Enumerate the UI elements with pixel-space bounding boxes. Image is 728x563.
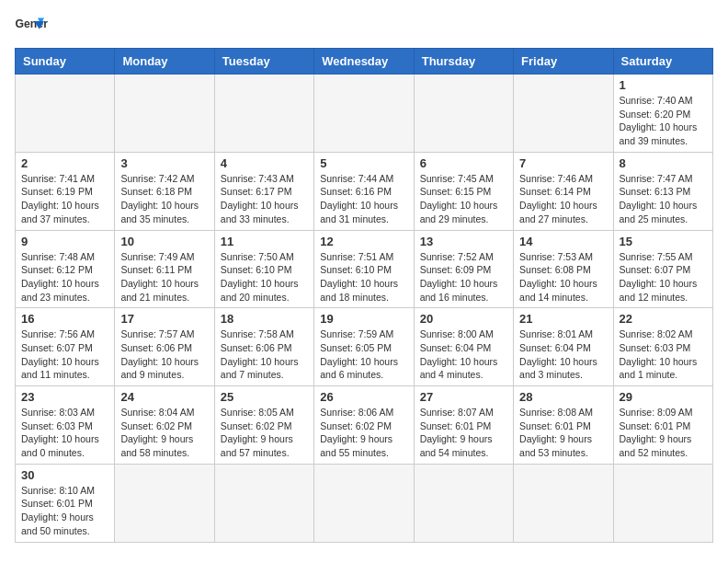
calendar-cell: 9Sunrise: 7:48 AM Sunset: 6:12 PM Daylig… [16, 230, 115, 308]
day-number: 25 [221, 390, 308, 404]
day-number: 19 [320, 312, 407, 326]
day-number: 2 [21, 156, 108, 170]
day-info: Sunrise: 7:41 AM Sunset: 6:19 PM Dayligh… [21, 172, 108, 226]
day-info: Sunrise: 8:01 AM Sunset: 6:04 PM Dayligh… [519, 327, 607, 382]
calendar-cell [115, 75, 214, 153]
day-number: 20 [420, 312, 507, 326]
day-info: Sunrise: 7:52 AM Sunset: 6:09 PM Dayligh… [420, 250, 507, 304]
day-number: 6 [420, 156, 507, 170]
day-info: Sunrise: 7:45 AM Sunset: 6:15 PM Dayligh… [420, 172, 507, 226]
weekday-header-saturday: Saturday [613, 49, 712, 75]
day-number: 14 [519, 235, 607, 248]
day-number: 11 [221, 235, 308, 248]
day-info: Sunrise: 8:04 AM Sunset: 6:02 PM Dayligh… [120, 406, 208, 460]
day-info: Sunrise: 8:10 AM Sunset: 6:01 PM Dayligh… [21, 484, 108, 538]
day-number: 24 [120, 390, 208, 404]
calendar-cell: 19Sunrise: 7:59 AM Sunset: 6:05 PM Dayli… [314, 308, 414, 386]
day-number: 22 [620, 312, 707, 326]
calendar-table: SundayMondayTuesdayWednesdayThursdayFrid… [15, 48, 713, 543]
day-info: Sunrise: 7:48 AM Sunset: 6:12 PM Dayligh… [21, 250, 108, 304]
day-info: Sunrise: 7:50 AM Sunset: 6:10 PM Dayligh… [221, 250, 308, 304]
calendar-cell: 20Sunrise: 8:00 AM Sunset: 6:04 PM Dayli… [414, 308, 513, 386]
calendar-cell: 21Sunrise: 8:01 AM Sunset: 6:04 PM Dayli… [514, 308, 613, 386]
day-number: 8 [620, 156, 707, 170]
calendar-cell: 30Sunrise: 8:10 AM Sunset: 6:01 PM Dayli… [16, 464, 115, 542]
calendar-cell: 27Sunrise: 8:07 AM Sunset: 6:01 PM Dayli… [414, 386, 513, 465]
calendar-cell: 8Sunrise: 7:47 AM Sunset: 6:13 PM Daylig… [613, 152, 712, 230]
calendar-cell: 6Sunrise: 7:45 AM Sunset: 6:15 PM Daylig… [414, 152, 513, 230]
calendar-cell: 1Sunrise: 7:40 AM Sunset: 6:20 PM Daylig… [613, 75, 712, 153]
calendar-cell: 15Sunrise: 7:55 AM Sunset: 6:07 PM Dayli… [613, 230, 712, 308]
calendar-cell: 16Sunrise: 7:56 AM Sunset: 6:07 PM Dayli… [16, 308, 115, 386]
day-info: Sunrise: 7:44 AM Sunset: 6:16 PM Dayligh… [320, 172, 407, 226]
day-number: 5 [320, 156, 407, 170]
calendar-cell: 18Sunrise: 7:58 AM Sunset: 6:06 PM Dayli… [214, 308, 313, 386]
calendar-week-row: 23Sunrise: 8:03 AM Sunset: 6:03 PM Dayli… [16, 386, 713, 465]
weekday-header-sunday: Sunday [16, 49, 115, 75]
calendar-cell: 7Sunrise: 7:46 AM Sunset: 6:14 PM Daylig… [514, 152, 613, 230]
calendar-cell: 10Sunrise: 7:49 AM Sunset: 6:11 PM Dayli… [115, 230, 214, 308]
day-info: Sunrise: 8:02 AM Sunset: 6:03 PM Dayligh… [620, 327, 707, 382]
calendar-cell [115, 464, 214, 542]
calendar-cell [214, 75, 313, 153]
day-info: Sunrise: 7:55 AM Sunset: 6:07 PM Dayligh… [620, 250, 707, 304]
calendar-cell: 11Sunrise: 7:50 AM Sunset: 6:10 PM Dayli… [214, 230, 313, 308]
calendar-cell: 14Sunrise: 7:53 AM Sunset: 6:08 PM Dayli… [514, 230, 613, 308]
calendar-cell: 25Sunrise: 8:05 AM Sunset: 6:02 PM Dayli… [214, 386, 313, 465]
day-info: Sunrise: 8:05 AM Sunset: 6:02 PM Dayligh… [221, 406, 308, 460]
weekday-header-wednesday: Wednesday [314, 49, 414, 75]
day-info: Sunrise: 7:43 AM Sunset: 6:17 PM Dayligh… [221, 172, 308, 226]
calendar-cell: 23Sunrise: 8:03 AM Sunset: 6:03 PM Dayli… [16, 386, 115, 465]
day-info: Sunrise: 7:47 AM Sunset: 6:13 PM Dayligh… [620, 172, 707, 226]
calendar-cell [314, 75, 414, 153]
day-info: Sunrise: 7:51 AM Sunset: 6:10 PM Dayligh… [320, 250, 407, 304]
weekday-header-friday: Friday [514, 49, 613, 75]
day-info: Sunrise: 7:53 AM Sunset: 6:08 PM Dayligh… [519, 250, 607, 304]
weekday-header-row: SundayMondayTuesdayWednesdayThursdayFrid… [16, 49, 713, 75]
day-info: Sunrise: 8:00 AM Sunset: 6:04 PM Dayligh… [420, 327, 507, 382]
calendar-cell [414, 75, 513, 153]
day-number: 27 [420, 390, 507, 404]
calendar-week-row: 1Sunrise: 7:40 AM Sunset: 6:20 PM Daylig… [16, 75, 713, 153]
day-info: Sunrise: 8:07 AM Sunset: 6:01 PM Dayligh… [420, 406, 507, 460]
day-number: 3 [120, 156, 208, 170]
day-number: 28 [519, 390, 607, 404]
calendar-cell: 4Sunrise: 7:43 AM Sunset: 6:17 PM Daylig… [214, 152, 313, 230]
day-info: Sunrise: 8:09 AM Sunset: 6:01 PM Dayligh… [620, 406, 707, 460]
calendar-cell [314, 464, 414, 542]
logo: General [15, 15, 51, 40]
day-info: Sunrise: 7:59 AM Sunset: 6:05 PM Dayligh… [320, 327, 407, 382]
calendar-cell: 5Sunrise: 7:44 AM Sunset: 6:16 PM Daylig… [314, 152, 414, 230]
day-info: Sunrise: 8:06 AM Sunset: 6:02 PM Dayligh… [320, 406, 407, 460]
day-number: 29 [620, 390, 707, 404]
day-info: Sunrise: 7:40 AM Sunset: 6:20 PM Dayligh… [620, 94, 707, 148]
page-header: General [15, 15, 713, 40]
day-number: 9 [21, 235, 108, 248]
day-number: 13 [420, 235, 507, 248]
day-number: 4 [221, 156, 308, 170]
calendar-cell: 29Sunrise: 8:09 AM Sunset: 6:01 PM Dayli… [613, 386, 712, 465]
calendar-week-row: 9Sunrise: 7:48 AM Sunset: 6:12 PM Daylig… [16, 230, 713, 308]
calendar-cell [613, 464, 712, 542]
calendar-cell: 2Sunrise: 7:41 AM Sunset: 6:19 PM Daylig… [16, 152, 115, 230]
calendar-cell: 3Sunrise: 7:42 AM Sunset: 6:18 PM Daylig… [115, 152, 214, 230]
calendar-cell: 12Sunrise: 7:51 AM Sunset: 6:10 PM Dayli… [314, 230, 414, 308]
calendar-cell: 17Sunrise: 7:57 AM Sunset: 6:06 PM Dayli… [115, 308, 214, 386]
calendar-cell [514, 464, 613, 542]
day-number: 30 [21, 468, 108, 482]
day-number: 23 [21, 390, 108, 404]
day-number: 1 [620, 78, 707, 92]
day-info: Sunrise: 7:56 AM Sunset: 6:07 PM Dayligh… [21, 327, 108, 382]
calendar-week-row: 2Sunrise: 7:41 AM Sunset: 6:19 PM Daylig… [16, 152, 713, 230]
day-info: Sunrise: 7:46 AM Sunset: 6:14 PM Dayligh… [519, 172, 607, 226]
calendar-cell: 13Sunrise: 7:52 AM Sunset: 6:09 PM Dayli… [414, 230, 513, 308]
day-number: 12 [320, 235, 407, 248]
calendar-cell [214, 464, 313, 542]
day-number: 18 [221, 312, 308, 326]
calendar-cell [514, 75, 613, 153]
calendar-cell [414, 464, 513, 542]
day-info: Sunrise: 7:57 AM Sunset: 6:06 PM Dayligh… [120, 327, 208, 382]
day-info: Sunrise: 7:42 AM Sunset: 6:18 PM Dayligh… [120, 172, 208, 226]
weekday-header-tuesday: Tuesday [214, 49, 313, 75]
weekday-header-thursday: Thursday [414, 49, 513, 75]
